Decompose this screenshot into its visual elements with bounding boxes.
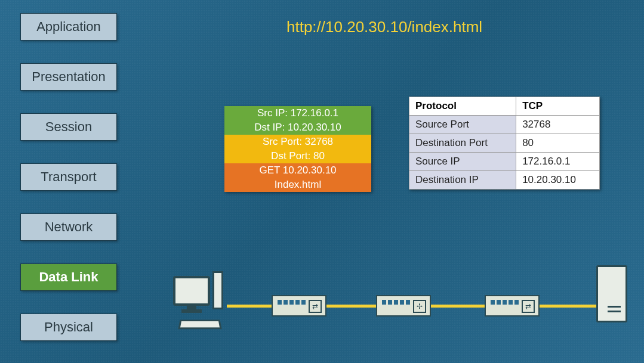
switch-icon: ⇄ xyxy=(272,295,326,317)
switch-router-icon: ✢ xyxy=(376,295,431,317)
layer-session: Session xyxy=(20,113,117,141)
table-row: 172.16.0.1 xyxy=(516,153,600,171)
layer-application: Application xyxy=(20,13,117,41)
table-header-key: Protocol xyxy=(409,97,516,116)
packet-app-line1: GET 10.20.30.10 xyxy=(224,163,371,178)
osi-layers: Application Presentation Session Transpo… xyxy=(20,13,117,341)
server-icon xyxy=(596,265,627,322)
table-row: Source Port xyxy=(409,116,516,134)
layer-transport: Transport xyxy=(20,163,117,191)
packet-app-line2: Index.html xyxy=(224,178,371,192)
packet-box: Src IP: 172.16.0.1 Dst IP: 10.20.30.10 S… xyxy=(224,106,371,192)
request-url: http://10.20.30.10/index.html xyxy=(286,18,482,36)
table-row: Source IP xyxy=(409,153,516,171)
table-row: 10.20.30.10 xyxy=(516,171,600,190)
switch-icon: ⇄ xyxy=(485,295,540,317)
layer-network: Network xyxy=(20,213,117,241)
layer-data-link: Data Link xyxy=(20,263,117,291)
table-row: Destination Port xyxy=(409,134,516,153)
info-table: Protocol TCP Source Port 32768 Destinati… xyxy=(409,97,600,190)
table-header-value: TCP xyxy=(516,97,600,116)
packet-network-src: Src IP: 172.16.0.1 xyxy=(224,106,371,120)
layer-presentation: Presentation xyxy=(20,63,117,91)
table-row: 32768 xyxy=(516,116,600,134)
layer-physical: Physical xyxy=(20,314,117,341)
network-diagram: ⇄ ✢ ⇄ xyxy=(179,276,627,342)
table-row: Destination IP xyxy=(409,171,516,190)
packet-transport-src: Src Port: 32768 xyxy=(224,135,371,149)
workstation-icon xyxy=(173,276,210,306)
packet-transport-dst: Dst Port: 80 xyxy=(224,149,371,163)
packet-network-dst: Dst IP: 10.20.30.10 xyxy=(224,120,371,135)
table-row: 80 xyxy=(516,134,600,153)
